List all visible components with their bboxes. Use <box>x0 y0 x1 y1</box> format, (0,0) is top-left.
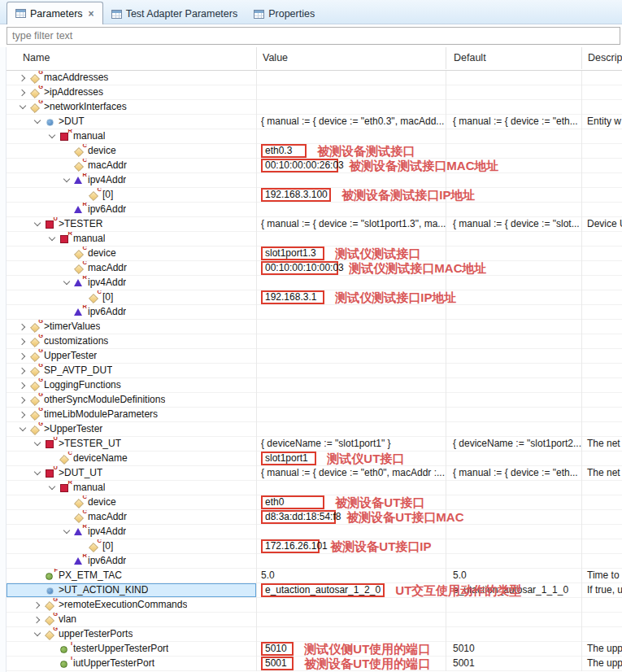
row-value-cell[interactable]: 5.0 <box>256 569 446 583</box>
expand-chevron-icon[interactable] <box>16 101 29 114</box>
table-row[interactable]: R ipv6Addr <box>7 203 622 217</box>
column-header-name[interactable]: Name <box>7 47 256 69</box>
expand-chevron-icon[interactable] <box>60 555 73 568</box>
row-value-cell[interactable] <box>256 320 446 334</box>
row-value-cell[interactable]: 00:10:00:00:26:03 被测设备测试接口MAC地址 <box>256 159 446 172</box>
tab-test-adapter-parameters[interactable]: Test Adapter Parameters <box>103 4 246 24</box>
expand-chevron-icon[interactable] <box>16 321 29 334</box>
expand-chevron-icon[interactable] <box>46 657 59 670</box>
table-row[interactable]: G UpperTester <box>7 349 622 364</box>
row-value-cell[interactable]: slot1port1 测试仪UT接口 <box>256 452 446 465</box>
expand-chevron-icon[interactable] <box>31 116 44 129</box>
expand-chevron-icon[interactable] <box>60 174 73 187</box>
row-value-cell[interactable]: { manual := { device := "eth0", macAddr … <box>256 466 446 480</box>
table-row[interactable]: G vlan <box>7 613 622 627</box>
table-row[interactable]: C device eth0.3 被测设备测试接口 <box>7 144 622 159</box>
expand-chevron-icon[interactable] <box>16 423 29 436</box>
row-value-cell[interactable]: 192.168.3.1 测试仪测试接口IP地址 <box>256 290 446 304</box>
expand-chevron-icon[interactable] <box>31 467 44 480</box>
table-row[interactable]: R manual <box>7 129 622 144</box>
expand-chevron-icon[interactable] <box>60 306 73 319</box>
tab-properties[interactable]: Properties <box>246 4 323 24</box>
expand-chevron-icon[interactable] <box>60 511 73 524</box>
row-value-cell[interactable] <box>256 613 446 626</box>
row-value-cell[interactable]: 5001 被测设备UT使用的端口 <box>256 657 446 670</box>
table-row[interactable]: C macAddr d8:3a:dd:18:54:f8 被测设备UT接口MAC <box>7 510 622 525</box>
row-value-cell[interactable] <box>256 349 446 363</box>
table-row[interactable]: C deviceName slot1port1 测试仪UT接口 <box>7 452 622 466</box>
table-row[interactable]: R ipv4Addr <box>7 276 622 290</box>
row-value-cell[interactable] <box>256 364 446 377</box>
expand-chevron-icon[interactable] <box>60 262 73 275</box>
row-value-cell[interactable] <box>256 393 446 407</box>
row-value-cell[interactable] <box>256 85 446 99</box>
row-value-cell[interactable]: eth0 被测设备UT接口 <box>256 495 446 509</box>
table-row[interactable]: G >remoteExecutionCommands <box>7 598 622 613</box>
expand-chevron-icon[interactable] <box>46 130 59 143</box>
row-value-cell[interactable] <box>256 173 446 187</box>
table-row[interactable]: G upperTesterPorts <box>7 627 622 642</box>
table-row[interactable]: >DUT { manual := { device := "eth0.3", m… <box>7 115 622 129</box>
row-value-cell[interactable] <box>256 129 446 143</box>
expand-chevron-icon[interactable] <box>60 496 73 509</box>
column-header-value[interactable]: Value <box>256 47 446 69</box>
table-row[interactable]: G customizations <box>7 334 622 349</box>
filter-input[interactable] <box>7 27 620 45</box>
table-row[interactable]: G >ipAddresses <box>7 85 622 100</box>
expand-chevron-icon[interactable] <box>16 72 29 85</box>
row-value-cell[interactable] <box>256 71 446 85</box>
expand-chevron-icon[interactable] <box>60 277 73 290</box>
table-row[interactable]: R manual <box>7 232 622 247</box>
expand-chevron-icon[interactable] <box>75 540 88 553</box>
table-row[interactable]: C macAddr 00:10:00:00:26:03 被测设备测试接口MAC地… <box>7 159 622 173</box>
row-value-cell[interactable] <box>256 334 446 348</box>
row-value-cell[interactable] <box>256 554 446 568</box>
expand-chevron-icon[interactable] <box>31 613 44 626</box>
table-row[interactable]: G >timerValues <box>7 320 622 334</box>
table-row[interactable]: I iutUpperTesterPort 5001 被测设备UT使用的端口 50… <box>7 657 622 671</box>
expand-chevron-icon[interactable] <box>16 335 29 348</box>
expand-chevron-icon[interactable] <box>46 643 59 656</box>
expand-chevron-icon[interactable] <box>31 599 44 612</box>
expand-chevron-icon[interactable] <box>31 218 44 231</box>
table-row[interactable]: G LoggingFunctions <box>7 378 622 393</box>
expand-chevron-icon[interactable] <box>16 394 29 407</box>
expand-chevron-icon[interactable] <box>16 364 29 377</box>
expand-chevron-icon[interactable] <box>60 203 73 216</box>
row-value-cell[interactable] <box>256 598 446 612</box>
row-value-cell[interactable] <box>256 481 446 495</box>
table-row[interactable]: G >networkInterfaces <box>7 100 622 115</box>
expand-chevron-icon[interactable] <box>16 86 29 99</box>
row-value-cell[interactable]: d8:3a:dd:18:54:f8 被测设备UT接口MAC <box>256 510 446 524</box>
table-row[interactable]: C device slot1port1.3 测试仪测试接口 <box>7 247 622 261</box>
row-value-cell[interactable]: { manual := { device := "slot1port1.3", … <box>256 217 446 231</box>
expand-chevron-icon[interactable] <box>60 526 73 539</box>
expand-chevron-icon[interactable] <box>31 438 44 451</box>
expand-chevron-icon[interactable] <box>31 569 44 583</box>
table-row[interactable]: C macAddr 00:10:00:10:00:03 测试仪测试接口MAC地址 <box>7 261 622 276</box>
expand-chevron-icon[interactable] <box>60 247 73 260</box>
row-value-cell[interactable]: e_utaction_autosar_1_2_0 UT交互使用动作的类型 <box>256 583 446 597</box>
expand-chevron-icon[interactable] <box>16 350 29 363</box>
expand-chevron-icon[interactable] <box>46 452 59 465</box>
row-value-cell[interactable]: { manual := { device := "eth0.3", macAdd… <box>256 115 446 129</box>
table-row[interactable]: U >TESTER_UT { deviceName := "slot1port1… <box>7 437 622 452</box>
row-value-cell[interactable] <box>256 305 446 319</box>
table-row[interactable]: R ipv6Addr <box>7 305 622 320</box>
table-row[interactable]: I testerUpperTesterPort 5010 测试仪侧UT使用的端口… <box>7 642 622 657</box>
row-value-cell[interactable]: { deviceName := "slot1port1" } <box>256 437 446 451</box>
expand-chevron-icon[interactable] <box>75 291 88 304</box>
tab-parameters[interactable]: Parameters × <box>7 2 103 24</box>
column-header-description[interactable]: Description <box>581 47 622 69</box>
row-value-cell[interactable] <box>256 203 446 216</box>
close-icon[interactable]: × <box>89 9 94 19</box>
table-row[interactable]: R ipv6Addr <box>7 554 622 569</box>
row-value-cell[interactable] <box>256 378 446 392</box>
row-value-cell[interactable] <box>256 525 446 539</box>
row-value-cell[interactable] <box>256 422 446 436</box>
table-row[interactable]: F PX_ETM_TAC 5.0 5.0 Time to <box>7 569 622 583</box>
row-value-cell[interactable] <box>256 232 446 246</box>
table-row[interactable]: R ipv4Addr <box>7 525 622 539</box>
expand-chevron-icon[interactable] <box>31 628 44 641</box>
row-value-cell[interactable]: 192.168.3.100 被测设备测试接口IP地址 <box>256 188 446 202</box>
